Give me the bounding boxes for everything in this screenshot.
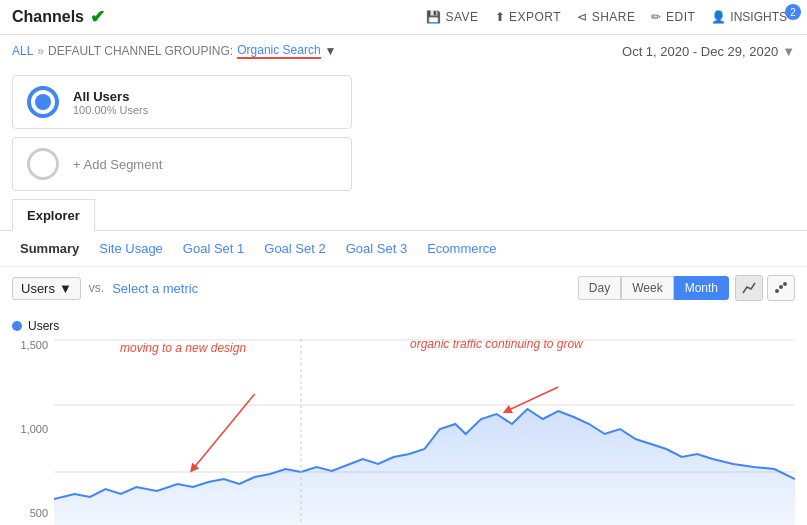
breadcrumb-left: ALL » DEFAULT CHANNEL GROUPING: Organic …: [12, 43, 336, 59]
svg-point-2: [783, 282, 787, 286]
controls-right: Day Week Month: [578, 275, 795, 301]
verified-icon: ✔: [90, 6, 105, 28]
add-segment-box[interactable]: + Add Segment: [12, 137, 352, 191]
explorer-tab-row: Explorer: [0, 199, 807, 231]
all-users-pct: 100.00% Users: [73, 104, 148, 116]
y-label-1000: 1,000: [20, 423, 48, 435]
export-button[interactable]: ⬆ EXPORT: [495, 10, 562, 24]
sub-tabs-row: Summary Site Usage Goal Set 1 Goal Set 2…: [0, 231, 807, 267]
tab-summary[interactable]: Summary: [12, 237, 87, 260]
metric-chevron-icon: ▼: [59, 281, 72, 296]
add-segment-circle: [27, 148, 59, 180]
header-title-group: Channels ✔: [12, 6, 105, 28]
tab-goal-set-2[interactable]: Goal Set 2: [256, 237, 333, 260]
insights-badge: 2: [785, 4, 801, 20]
chart-type-buttons: [735, 275, 795, 301]
save-button[interactable]: 💾 SAVE: [426, 10, 479, 24]
share-label: SHARE: [592, 10, 636, 24]
date-range-chevron[interactable]: ▼: [782, 44, 795, 59]
save-icon: 💾: [426, 10, 442, 24]
export-icon: ⬆: [495, 10, 506, 24]
export-label: EXPORT: [509, 10, 561, 24]
insights-label: INSIGHTS: [730, 10, 787, 24]
all-users-segment[interactable]: All Users 100.00% Users: [12, 75, 352, 129]
breadcrumb-channel[interactable]: Organic Search: [237, 43, 320, 59]
controls-left: Users ▼ vs. Select a metric: [12, 277, 198, 300]
explorer-tab[interactable]: Explorer: [12, 199, 95, 231]
month-button[interactable]: Month: [674, 276, 729, 300]
time-buttons: Day Week Month: [578, 276, 729, 300]
tab-site-usage[interactable]: Site Usage: [91, 237, 171, 260]
insights-icon: 👤: [711, 10, 726, 24]
header: Channels ✔ 💾 SAVE ⬆ EXPORT ⊲ SHARE ✏ EDI…: [0, 0, 807, 35]
share-icon: ⊲: [577, 10, 588, 24]
y-label-1500: 1,500: [20, 339, 48, 351]
all-users-circle-inner: [35, 94, 51, 110]
tab-goal-set-1[interactable]: Goal Set 1: [175, 237, 252, 260]
breadcrumb-grouping-label: DEFAULT CHANNEL GROUPING:: [48, 44, 233, 58]
line-chart-icon: [742, 281, 756, 295]
tab-goal-set-3[interactable]: Goal Set 3: [338, 237, 415, 260]
scatter-chart-button[interactable]: [767, 275, 795, 301]
edit-label: EDIT: [666, 10, 695, 24]
all-users-name: All Users: [73, 89, 148, 104]
vs-label: vs.: [89, 281, 104, 295]
svg-line-8: [507, 387, 558, 411]
legend-dot: [12, 321, 22, 331]
chart-wrapper: 1,500 1,000 500: [12, 339, 795, 525]
controls-row: Users ▼ vs. Select a metric Day Week Mon…: [0, 267, 807, 309]
y-label-500: 500: [30, 507, 48, 519]
add-segment-label[interactable]: + Add Segment: [73, 157, 162, 172]
svg-point-1: [779, 285, 783, 289]
date-range: Oct 1, 2020 - Dec 29, 2020 ▼: [622, 44, 795, 59]
line-chart-button[interactable]: [735, 275, 763, 301]
breadcrumb-dropdown-icon[interactable]: ▼: [325, 44, 337, 58]
day-button[interactable]: Day: [578, 276, 621, 300]
edit-icon: ✏: [651, 10, 662, 24]
chart-svg: [54, 339, 795, 525]
week-button[interactable]: Week: [621, 276, 673, 300]
metric-dropdown[interactable]: Users ▼: [12, 277, 81, 300]
save-label: SAVE: [445, 10, 478, 24]
chart-inner: [54, 339, 795, 525]
chart-area: Users moving to a new design organic tra…: [0, 309, 807, 525]
breadcrumb-sep: »: [37, 44, 44, 58]
header-actions: 💾 SAVE ⬆ EXPORT ⊲ SHARE ✏ EDIT 👤 INSIGHT…: [426, 10, 795, 24]
y-axis: 1,500 1,000 500: [12, 339, 54, 525]
breadcrumb-all[interactable]: ALL: [12, 44, 33, 58]
channels-title: Channels: [12, 8, 84, 26]
segments-area: All Users 100.00% Users + Add Segment: [0, 67, 807, 199]
metric-label: Users: [21, 281, 55, 296]
breadcrumb: ALL » DEFAULT CHANNEL GROUPING: Organic …: [0, 35, 807, 67]
tab-ecommerce[interactable]: Ecommerce: [419, 237, 504, 260]
chart-legend: Users: [12, 319, 795, 333]
edit-button[interactable]: ✏ EDIT: [651, 10, 695, 24]
legend-label: Users: [28, 319, 59, 333]
all-users-circle: [27, 86, 59, 118]
share-button[interactable]: ⊲ SHARE: [577, 10, 635, 24]
insights-button[interactable]: 👤 INSIGHTS 2: [711, 10, 795, 24]
select-metric-link[interactable]: Select a metric: [112, 281, 198, 296]
scatter-chart-icon: [774, 281, 788, 295]
svg-point-0: [775, 289, 779, 293]
date-range-text: Oct 1, 2020 - Dec 29, 2020: [622, 44, 778, 59]
all-users-info: All Users 100.00% Users: [73, 89, 148, 116]
